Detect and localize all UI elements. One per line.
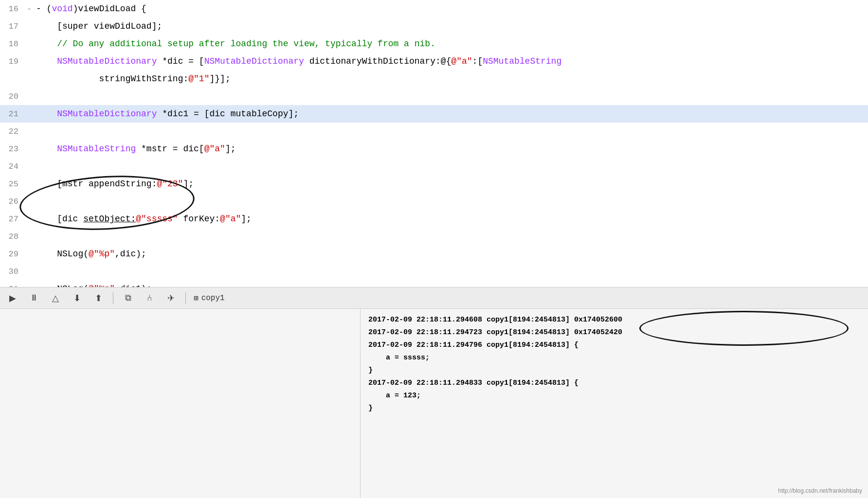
console-line-3: 2017-02-09 22:18:11.294796 copy1[8194:24…: [368, 339, 860, 352]
pause-button[interactable]: ⏸: [27, 291, 41, 305]
project-name: copy1: [201, 294, 225, 303]
code-line-19: 19 NSMutableDictionary *dic = [NSMutable…: [0, 53, 868, 70]
grid-icon: ⊞: [194, 293, 199, 303]
console-output: 2017-02-09 22:18:11.294608 copy1[8194:24…: [360, 309, 868, 498]
code-line-23: 23 NSMutableString *mstr = dic[@"a"];: [0, 140, 868, 158]
console-line-6: 2017-02-09 22:18:11.294833 copy1[8194:24…: [368, 377, 860, 390]
watermark: http://blog.csdn.net/frankishbaby: [778, 487, 862, 494]
continue-button[interactable]: ▶: [6, 291, 19, 305]
step-over-button[interactable]: △: [49, 291, 62, 305]
line-number: 25: [0, 179, 24, 189]
line-number: 24: [0, 162, 24, 171]
code-line-26: 26: [0, 193, 868, 210]
console-line-2: 2017-02-09 22:18:11.294723 copy1[8194:24…: [368, 326, 860, 339]
viewhierarchy-button[interactable]: ⧉: [121, 291, 135, 305]
console-line-7: a = 123;: [368, 390, 860, 402]
location-button[interactable]: ✈: [164, 291, 178, 305]
console-line-5: }: [368, 364, 860, 377]
code-line-20: 20: [0, 88, 868, 105]
code-line-21: 21 NSMutableDictionary *dic1 = [dic muta…: [0, 105, 868, 123]
line-content: NSLog(@"%p",dic1);: [34, 284, 868, 287]
line-number: 23: [0, 144, 24, 154]
line-number: 28: [0, 232, 24, 241]
code-line-17: 17 [super viewDidLoad];: [0, 18, 868, 35]
line-content: [dic setObject:@"sssss" forKey:@"a"];: [34, 214, 868, 224]
code-line-19b: stringWithString:@"1"]}];: [0, 70, 868, 88]
line-number: 26: [0, 197, 24, 206]
line-number: 31: [0, 285, 24, 287]
line-content: [mstr appendString:@"23"];: [34, 179, 868, 189]
line-number: 16: [0, 4, 24, 14]
code-line-16: 16 - - (void)viewDidLoad {: [0, 0, 868, 18]
line-number: 18: [0, 39, 24, 49]
code-editor: 16 - - (void)viewDidLoad { 17 [super vie…: [0, 0, 868, 287]
console-area: 2017-02-09 22:18:11.294608 copy1[8194:24…: [0, 308, 868, 498]
code-line-24: 24: [0, 158, 868, 175]
line-content: NSMutableDictionary *dic = [NSMutableDic…: [34, 56, 868, 66]
toolbar-divider-2: [185, 292, 186, 304]
toolbar-divider-1: [113, 292, 113, 304]
line-content: NSLog(@"%p",dic);: [34, 249, 868, 259]
code-line-27: 27 [dic setObject:@"sssss" forKey:@"a"];: [0, 210, 868, 228]
line-number: 22: [0, 127, 24, 136]
console-left-panel: [0, 309, 360, 498]
project-label-wrapper: ⊞ copy1: [194, 293, 225, 303]
line-number: 21: [0, 109, 24, 119]
debug-toolbar: ▶ ⏸ △ ⬇ ⬆ ⧉ ⑃ ✈ ⊞ copy1: [0, 287, 868, 308]
line-content: [super viewDidLoad];: [34, 21, 868, 31]
line-content: NSMutableDictionary *dic1 = [dic mutable…: [34, 109, 868, 119]
line-content: - (void)viewDidLoad {: [34, 4, 868, 14]
line-number: 20: [0, 92, 24, 101]
line-content: stringWithString:@"1"]}];: [34, 74, 868, 84]
line-minus: -: [24, 4, 34, 14]
line-number: 19: [0, 57, 24, 66]
branch-button[interactable]: ⑃: [143, 291, 156, 305]
code-line-28: 28: [0, 228, 868, 245]
code-line-25: 25 [mstr appendString:@"23"];: [0, 175, 868, 193]
code-line-29: 29 NSLog(@"%p",dic);: [0, 245, 868, 263]
step-out-button[interactable]: ⬆: [91, 291, 105, 305]
code-line-22: 22: [0, 123, 868, 140]
line-number: 30: [0, 267, 24, 276]
console-line-1: 2017-02-09 22:18:11.294608 copy1[8194:24…: [368, 314, 860, 326]
code-line-31: 31 NSLog(@"%p",dic1);: [0, 280, 868, 287]
step-into-button[interactable]: ⬇: [70, 291, 84, 305]
code-line-18: 18 // Do any additional setup after load…: [0, 35, 868, 53]
console-line-4: a = sssss;: [368, 352, 860, 364]
code-line-30: 30: [0, 263, 868, 280]
line-content: // Do any additional setup after loading…: [34, 39, 868, 49]
line-number: 17: [0, 22, 24, 31]
line-content: NSMutableString *mstr = dic[@"a"];: [34, 144, 868, 154]
line-number: 27: [0, 215, 24, 224]
line-number: 29: [0, 250, 24, 259]
console-line-8: }: [368, 402, 860, 415]
